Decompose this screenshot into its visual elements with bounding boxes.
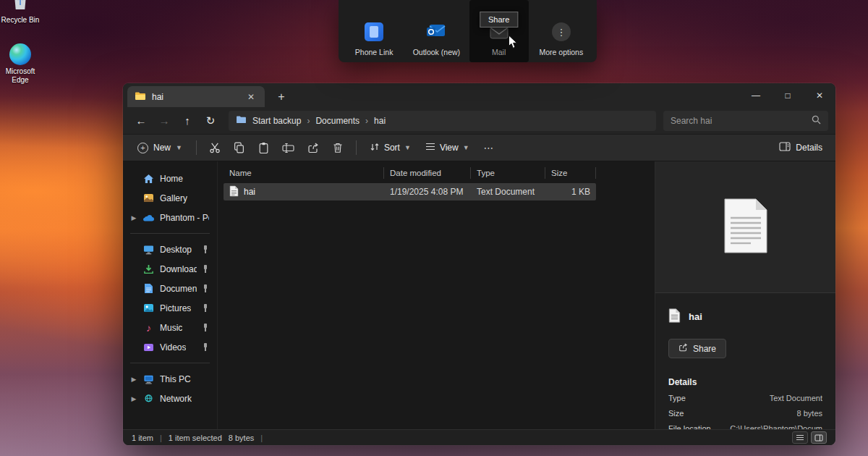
up-button[interactable]: ↑: [176, 111, 198, 131]
desktop-icon-microsoft-edge[interactable]: Microsoft Edge: [0, 43, 43, 84]
sidebar-item-gallery[interactable]: Gallery: [126, 188, 214, 208]
desktop-icon-label: Microsoft Edge: [1, 67, 40, 84]
selection-count: 1 item selected: [169, 434, 222, 442]
share-target-outlook[interactable]: Outlook (new): [407, 9, 466, 56]
sidebar-item-documents[interactable]: Documents: [126, 279, 214, 298]
search-input[interactable]: [671, 116, 807, 126]
desktop-icon: [142, 245, 155, 255]
preview-file-name: hai: [689, 311, 702, 322]
window-controls: — □ ✕: [740, 83, 835, 107]
new-button-label: New: [153, 143, 171, 153]
tab-close-icon[interactable]: ✕: [244, 92, 258, 102]
large-thumbnails-view-toggle[interactable]: [811, 431, 827, 444]
preview-share-button[interactable]: Share: [668, 339, 726, 358]
minimize-button[interactable]: —: [740, 83, 772, 107]
pin-icon: [202, 343, 209, 351]
share-flyout: Phone Link Outlook (new) Share M: [339, 0, 597, 62]
toolbar-divider: [196, 140, 197, 155]
details-view-toggle[interactable]: [792, 431, 808, 444]
chevron-right-icon: ›: [307, 116, 310, 126]
column-header-type[interactable]: Type: [471, 167, 545, 179]
status-divider: |: [260, 434, 263, 442]
text-file-icon: [229, 185, 239, 199]
desktop-wallpaper: Recycle Bin Microsoft Edge Phone Link Ou…: [0, 0, 868, 456]
chevron-expand-icon[interactable]: ▶: [130, 376, 137, 383]
share-target-label: Phone Link: [355, 48, 393, 56]
refresh-button[interactable]: ↻: [200, 111, 221, 131]
close-button[interactable]: ✕: [804, 83, 835, 107]
onedrive-cloud-icon: [142, 214, 155, 221]
breadcrumb-segment[interactable]: hai: [374, 116, 386, 126]
sidebar-item-network[interactable]: ▶ Network: [126, 389, 214, 408]
details-pane-toggle[interactable]: Details: [773, 138, 828, 157]
paste-button[interactable]: [252, 138, 276, 158]
rename-button[interactable]: [277, 138, 300, 158]
column-header-name[interactable]: Name: [224, 167, 384, 179]
new-tab-button[interactable]: +: [271, 86, 292, 107]
desktop-icon-recycle-bin[interactable]: Recycle Bin: [0, 0, 43, 25]
share-button[interactable]: [302, 138, 325, 158]
more-options-icon: ⋮: [552, 22, 571, 41]
music-icon: ♪: [142, 323, 155, 333]
navigation-pane: Home Gallery ▶ Phantom - Persc: [123, 161, 217, 429]
tab-title: hai: [152, 92, 239, 102]
edge-icon: [9, 43, 31, 65]
sidebar-item-pictures[interactable]: Pictures: [126, 298, 214, 318]
plus-icon: +: [137, 143, 148, 153]
chevron-expand-icon[interactable]: ▶: [130, 395, 137, 402]
delete-button[interactable]: [326, 138, 349, 158]
chevron-expand-icon[interactable]: ▶: [130, 214, 137, 221]
column-header-size[interactable]: Size: [545, 167, 596, 179]
preview-file-name-row: hai: [668, 308, 822, 326]
breadcrumb-segment[interactable]: Start backup: [252, 116, 301, 126]
share-target-label: Mail: [492, 48, 506, 56]
sidebar-item-desktop[interactable]: Desktop: [126, 240, 214, 259]
file-row-selected[interactable]: hai 1/19/2025 4:08 PM Text Document 1 KB: [224, 183, 596, 200]
sort-button[interactable]: Sort ▼: [363, 139, 417, 157]
file-type-cell: Text Document: [471, 187, 545, 197]
sidebar-item-downloads[interactable]: Downloads: [126, 259, 214, 279]
status-bar: 1 item | 1 item selected 8 bytes |: [123, 429, 835, 445]
sort-label: Sort: [384, 143, 400, 153]
breadcrumb[interactable]: Start backup › Documents › hai: [229, 111, 656, 131]
file-date-cell: 1/19/2025 4:08 PM: [384, 187, 471, 197]
chevron-down-icon: ▼: [463, 144, 469, 151]
share-target-phone-link[interactable]: Phone Link: [344, 9, 404, 56]
copy-button[interactable]: [228, 138, 251, 158]
search-box[interactable]: [663, 111, 828, 131]
breadcrumb-segment[interactable]: Documents: [315, 116, 359, 126]
pin-icon: [202, 265, 209, 273]
maximize-button[interactable]: □: [772, 83, 804, 107]
command-bar: + New ▼: [123, 134, 835, 161]
sidebar-item-onedrive[interactable]: ▶ Phantom - Persc: [126, 208, 214, 227]
sidebar-item-this-pc[interactable]: ▶ This PC: [126, 369, 214, 389]
document-preview-icon: [723, 198, 768, 256]
new-button[interactable]: + New ▼: [130, 139, 190, 157]
share-target-mail[interactable]: Share Mail: [469, 0, 529, 62]
chevron-down-icon: ▼: [176, 144, 182, 151]
sidebar-item-videos[interactable]: Videos: [126, 337, 214, 357]
tab-bar: hai ✕ + — □ ✕: [123, 83, 835, 107]
item-count: 1 item: [132, 434, 153, 442]
address-bar: ← → ↑ ↻ Start backup › Documents › hai: [123, 107, 835, 134]
back-button[interactable]: ←: [130, 111, 152, 131]
mail-icon: [490, 25, 509, 41]
column-header-date-modified[interactable]: Date modified: [384, 167, 471, 179]
sidebar-item-home[interactable]: Home: [126, 169, 214, 188]
folder-icon: [135, 91, 146, 103]
tab-hai[interactable]: hai ✕: [127, 86, 265, 107]
forward-button[interactable]: →: [153, 111, 175, 131]
outlook-icon: [426, 22, 446, 41]
share-target-more-options[interactable]: ⋮ More options: [532, 9, 591, 56]
view-button[interactable]: View ▼: [419, 139, 476, 156]
cut-button[interactable]: [203, 138, 226, 158]
documents-icon: [142, 283, 155, 294]
detail-row-type: Type Text Document: [668, 394, 822, 402]
sidebar-item-music[interactable]: ♪ Music: [126, 318, 214, 337]
see-more-button[interactable]: ⋯: [477, 138, 501, 158]
this-pc-icon: [142, 374, 155, 384]
mouse-cursor: [508, 35, 518, 51]
downloads-icon: [142, 264, 155, 274]
chevron-down-icon: ▼: [404, 144, 411, 151]
desktop-icon-label: Recycle Bin: [1, 16, 40, 25]
